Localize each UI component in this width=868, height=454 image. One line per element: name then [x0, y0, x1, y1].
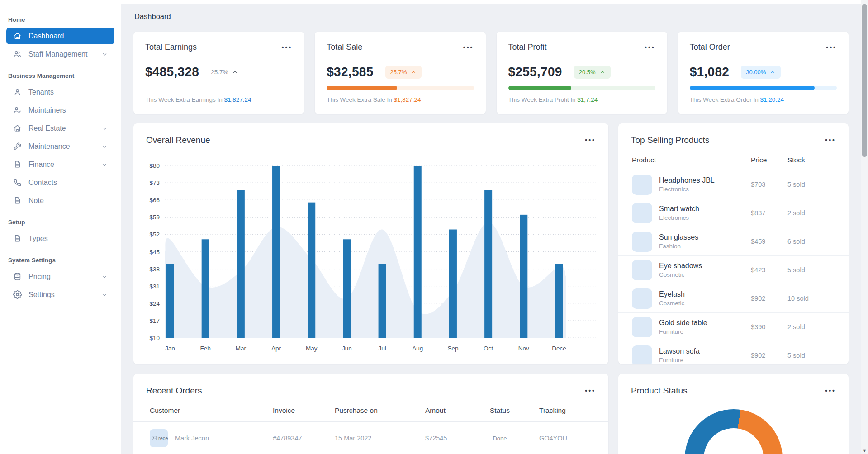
wrench-icon	[13, 142, 22, 151]
stat-card-total-order: Total Order•••$1,08230.00%This Week Extr…	[678, 32, 849, 114]
sidebar-item-label: Dashboard	[28, 32, 64, 40]
revenue-card-title: Overall Revenue	[146, 135, 210, 145]
sidebar-item-contacts[interactable]: Contacts	[6, 174, 114, 191]
sidebar-nav: HomeDashboardStaff ManagementBusiness Ma…	[0, 16, 121, 303]
sidebar-item-label: Note	[28, 197, 44, 205]
status-card-title: Product Status	[631, 386, 688, 396]
change-badge: 30.00%	[741, 66, 781, 79]
products-card-title: Top Selling Products	[631, 135, 709, 145]
stat-card-title: Total Order	[690, 43, 730, 52]
avatar-alt-text: rece	[158, 435, 168, 441]
sidebar-item-settings[interactable]: Settings	[6, 286, 114, 303]
scrollbar-thumb[interactable]	[862, 4, 867, 157]
progress-fill	[690, 86, 815, 90]
stat-card-title: Total Sale	[327, 43, 362, 52]
order-invoice: #4789347	[273, 435, 335, 442]
ellipsis-menu-icon[interactable]: •••	[826, 45, 837, 50]
chevron-down-icon	[101, 51, 108, 57]
user-check-icon	[13, 106, 22, 114]
sidebar-item-label: Staff Management	[28, 50, 87, 58]
stat-card-value: $1,082	[690, 65, 729, 79]
top-selling-products-card: Top Selling Products ••• Product Price S…	[618, 123, 849, 364]
column-status: Status	[475, 407, 525, 415]
progress-fill	[508, 86, 572, 90]
stat-card-footer: This Week Extra Order In $1,20.24	[690, 96, 784, 103]
orders-card-title: Recent Orders	[146, 386, 202, 396]
stat-card-value: $32,585	[327, 65, 373, 79]
product-price: $703	[751, 181, 787, 188]
products-table-header: Product Price Stock	[618, 156, 849, 170]
database-icon	[13, 272, 22, 281]
product-price: $390	[751, 323, 787, 331]
svg-text:$73: $73	[149, 180, 160, 186]
change-value: 20.5%	[579, 69, 596, 76]
svg-text:Jul: Jul	[378, 345, 386, 352]
product-row-eyelash: EyelashCosmetic$90210 sold	[618, 284, 849, 313]
svg-text:$66: $66	[149, 197, 160, 203]
product-price: $902	[751, 352, 787, 359]
file-icon	[13, 196, 22, 205]
sidebar-item-real-estate[interactable]: Real Estate	[6, 120, 114, 137]
ellipsis-menu-icon[interactable]: •••	[282, 45, 293, 50]
product-stock: 6 sold	[787, 238, 835, 245]
scrollbar-down-arrow[interactable]: ▼	[861, 449, 868, 453]
ellipsis-menu-icon[interactable]: •••	[585, 138, 596, 142]
home-icon	[13, 124, 22, 132]
revenue-bar-chart: $80$73$66$59$52$45$38$31$24$17$10JanFebM…	[133, 151, 608, 364]
stat-card-total-sale: Total Sale•••$32,58525.7%This Week Extra…	[315, 32, 485, 114]
product-row-gold-side-table: Gold side tableFurniture$3902 sold	[618, 313, 849, 341]
sidebar-item-types[interactable]: Types	[6, 230, 114, 247]
stat-card-footer: This Week Extra Earnings In $1,827.24	[145, 96, 251, 103]
product-price: $459	[751, 238, 787, 245]
stat-card-total-earnings: Total Earnings•••$485,32825.7%This Week …	[133, 32, 304, 114]
donut-hole	[704, 428, 764, 454]
product-row-eye-shadows: Eye shadowsCosmetic$4235 sold	[618, 256, 849, 284]
sidebar-item-label: Contacts	[28, 179, 57, 187]
progress-bar	[690, 86, 837, 90]
change-badge: 25.7%	[385, 66, 422, 79]
sidebar-item-pricing[interactable]: Pricing	[6, 268, 114, 285]
sidebar-item-maintainers[interactable]: Maintainers	[6, 102, 114, 118]
footer-amount: $1,827.24	[394, 96, 421, 103]
svg-text:Jan: Jan	[165, 345, 175, 352]
svg-text:Feb: Feb	[200, 345, 211, 352]
product-image	[632, 288, 652, 309]
caret-up-icon	[232, 69, 238, 75]
product-image	[632, 232, 652, 252]
ellipsis-menu-icon[interactable]: •••	[463, 45, 474, 50]
product-price: $423	[751, 266, 787, 274]
column-invoice: Invoice	[273, 407, 335, 415]
sidebar-item-note[interactable]: Note	[6, 192, 114, 209]
sidebar-item-label: Real Estate	[28, 124, 66, 132]
sidebar-item-staff-management[interactable]: Staff Management	[6, 46, 114, 62]
phone-icon	[13, 178, 22, 187]
product-image	[632, 260, 652, 280]
product-image	[632, 317, 652, 337]
ellipsis-menu-icon[interactable]: •••	[825, 138, 836, 142]
ellipsis-menu-icon[interactable]: •••	[645, 45, 655, 50]
product-image	[632, 345, 652, 364]
column-customer: Customer	[150, 407, 273, 415]
sidebar-item-maintenance[interactable]: Maintenance	[6, 138, 114, 155]
svg-text:Oct: Oct	[484, 345, 493, 352]
product-name: Headphones JBL	[659, 176, 715, 184]
order-amount: $72545	[425, 435, 475, 442]
product-stock: 5 sold	[787, 181, 835, 188]
ellipsis-menu-icon[interactable]: •••	[825, 388, 836, 393]
sidebar-section-label-business-management: Business Management	[8, 72, 113, 79]
sidebar-item-finance[interactable]: Finance	[6, 156, 114, 173]
product-name: Eye shadows	[659, 262, 702, 270]
progress-fill	[327, 86, 397, 90]
column-stock: Stock	[787, 156, 835, 164]
sidebar-item-dashboard[interactable]: Dashboard	[6, 28, 114, 44]
ellipsis-menu-icon[interactable]: •••	[585, 388, 596, 393]
sidebar-item-tenants[interactable]: Tenants	[6, 84, 114, 100]
svg-text:Apr: Apr	[271, 345, 281, 352]
footer-amount: $1,20.24	[760, 96, 784, 103]
scrollbar-track[interactable]: ▼	[861, 0, 868, 454]
column-amount: Amout	[425, 407, 475, 415]
change-value: 30.00%	[746, 69, 766, 76]
change-badge: 20.5%	[574, 66, 611, 79]
stat-card-value: $255,709	[508, 65, 562, 79]
product-stock: 2 sold	[787, 323, 835, 331]
